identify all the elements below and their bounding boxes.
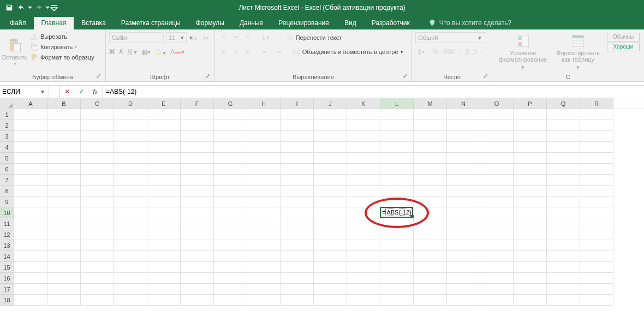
cell-E15[interactable] [147,262,181,273]
cell-D6[interactable] [114,164,147,175]
cell-R14[interactable] [580,251,613,262]
cell-K4[interactable] [347,142,380,153]
cell-C5[interactable] [81,153,114,164]
cell-F18[interactable] [181,295,214,306]
cell-J8[interactable] [314,186,347,196]
cell-E4[interactable] [147,142,181,153]
cell-M17[interactable] [414,284,447,295]
cell-B3[interactable] [47,131,81,142]
cell-M15[interactable] [414,262,447,273]
cell-I14[interactable] [281,251,314,262]
cell-H7[interactable] [247,175,281,186]
cell-F17[interactable] [181,284,214,295]
cell-C12[interactable] [81,229,114,240]
column-header-J[interactable]: J [314,98,347,109]
name-box[interactable]: ▾ [0,86,49,98]
cell-O17[interactable] [480,284,514,295]
cell-F14[interactable] [181,251,214,262]
cell-D8[interactable] [114,186,147,196]
cell-H17[interactable] [247,284,281,295]
column-header-K[interactable]: K [347,98,380,109]
cell-J4[interactable] [314,142,347,153]
cell-C16[interactable] [81,273,114,284]
cell-E16[interactable] [147,273,181,284]
column-header-G[interactable]: G [214,98,247,109]
cell-G12[interactable] [214,229,247,240]
cell-R13[interactable] [580,240,613,251]
fill-handle[interactable] [410,215,414,218]
cell-Q1[interactable] [547,109,580,120]
cell-F11[interactable] [181,218,214,229]
cell-I17[interactable] [281,284,314,295]
select-all-corner[interactable] [0,98,14,109]
cell-O9[interactable] [480,196,514,207]
cell-R9[interactable] [580,196,613,207]
cell-F2[interactable] [181,120,214,131]
tab-view[interactable]: Вид [337,17,364,29]
cell-B15[interactable] [47,262,81,273]
cell-I8[interactable] [281,186,314,196]
cell-H14[interactable] [247,251,281,262]
column-header-Q[interactable]: Q [547,98,580,109]
cell-N18[interactable] [447,295,480,306]
cell-E12[interactable] [147,229,181,240]
cell-A14[interactable] [14,251,47,262]
cell-O3[interactable] [480,131,514,142]
cell-I15[interactable] [281,262,314,273]
cell-R18[interactable] [580,295,613,306]
cell-D16[interactable] [114,273,147,284]
cell-Q2[interactable] [547,120,580,131]
cell-G8[interactable] [214,186,247,196]
cell-E2[interactable] [147,120,181,131]
cell-F7[interactable] [181,175,214,186]
row-header-15[interactable]: 15 [0,262,14,273]
row-header-14[interactable]: 14 [0,251,14,262]
cell-R10[interactable] [580,207,613,218]
cell-L3[interactable] [380,131,414,142]
cell-P12[interactable] [514,229,547,240]
cell-A18[interactable] [14,295,47,306]
cell-G6[interactable] [214,164,247,175]
cell-P7[interactable] [514,175,547,186]
cell-D12[interactable] [114,229,147,240]
cell-Q3[interactable] [547,131,580,142]
cell-E5[interactable] [147,153,181,164]
cell-R11[interactable] [580,218,613,229]
cell-R15[interactable] [580,262,613,273]
row-header-6[interactable]: 6 [0,164,14,175]
cell-G1[interactable] [214,109,247,120]
cell-N12[interactable] [447,229,480,240]
cell-E10[interactable] [147,207,181,218]
cell-R17[interactable] [580,284,613,295]
cell-K1[interactable] [347,109,380,120]
cell-D10[interactable] [114,207,147,218]
cell-L11[interactable] [380,218,414,229]
cell-R2[interactable] [580,120,613,131]
cell-J15[interactable] [314,262,347,273]
cell-L18[interactable] [380,295,414,306]
cell-Q18[interactable] [547,295,580,306]
cell-M6[interactable] [414,164,447,175]
cell-N13[interactable] [447,240,480,251]
row-header-3[interactable]: 3 [0,131,14,142]
cell-N11[interactable] [447,218,480,229]
cell-K8[interactable] [347,186,380,196]
cell-N14[interactable] [447,251,480,262]
cell-G3[interactable] [214,131,247,142]
cell-Q11[interactable] [547,218,580,229]
cell-K5[interactable] [347,153,380,164]
cell-K18[interactable] [347,295,380,306]
cell-K13[interactable] [347,240,380,251]
cell-O2[interactable] [480,120,514,131]
cell-H3[interactable] [247,131,281,142]
row-header-11[interactable]: 11 [0,218,14,229]
cell-G4[interactable] [214,142,247,153]
cell-N3[interactable] [447,131,480,142]
cell-J1[interactable] [314,109,347,120]
cell-L4[interactable] [380,142,414,153]
cell-D14[interactable] [114,251,147,262]
cell-H15[interactable] [247,262,281,273]
cell-B11[interactable] [47,218,81,229]
cell-M12[interactable] [414,229,447,240]
column-header-F[interactable]: F [181,98,214,109]
